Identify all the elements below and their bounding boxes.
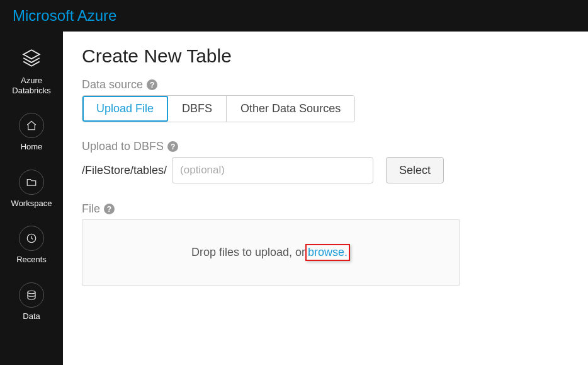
data-source-label-text: Data source: [82, 78, 143, 91]
topbar: Microsoft Azure: [0, 0, 588, 32]
data-source-label: Data source ?: [82, 78, 569, 91]
clock-icon: [19, 226, 44, 251]
sidebar-item-label: Home: [21, 142, 43, 152]
sidebar-item-data[interactable]: Data: [19, 282, 44, 322]
page-title: Create New Table: [82, 45, 569, 67]
sidebar-item-label: Recents: [16, 255, 47, 265]
help-icon[interactable]: ?: [167, 141, 178, 152]
path-prefix: /FileStore/tables/: [82, 164, 167, 177]
sidebar-item-home[interactable]: Home: [19, 113, 44, 152]
layers-icon: [18, 44, 45, 72]
file-label: File ?: [82, 202, 569, 216]
tab-other-sources[interactable]: Other Data Sources: [227, 96, 354, 122]
help-icon[interactable]: ?: [147, 79, 157, 90]
sidebar-item-workspace[interactable]: Workspace: [11, 170, 52, 209]
main-content: Create New Table Data source ? Upload Fi…: [63, 32, 588, 365]
folder-icon: [19, 170, 44, 195]
file-dropzone[interactable]: Drop files to upload, or browse.: [82, 219, 460, 286]
browse-highlight: browse.: [305, 244, 350, 261]
sidebar: Azure Databricks Home Workspace: [0, 32, 63, 365]
drop-text: Drop files to upload, or: [191, 246, 305, 259]
select-button[interactable]: Select: [386, 157, 444, 183]
browse-link[interactable]: browse.: [308, 246, 348, 258]
sidebar-item-label: Azure Databricks: [12, 76, 50, 95]
data-source-tabs: Upload File DBFS Other Data Sources: [82, 95, 355, 122]
database-icon: [19, 282, 44, 308]
tab-upload-file[interactable]: Upload File: [82, 96, 168, 122]
svg-point-2: [28, 291, 35, 294]
sidebar-item-label: Data: [23, 311, 40, 322]
file-label-text: File: [82, 202, 100, 216]
sidebar-item-label: Workspace: [11, 199, 52, 209]
upload-label-text: Upload to DBFS: [82, 140, 164, 153]
path-input[interactable]: [172, 157, 373, 183]
sidebar-item-azure-databricks[interactable]: Azure Databricks: [12, 44, 50, 95]
upload-path-row: /FileStore/tables/ Select: [82, 157, 569, 183]
upload-to-dbfs-label: Upload to DBFS ?: [82, 140, 569, 153]
help-icon[interactable]: ?: [104, 204, 115, 214]
sidebar-item-recents[interactable]: Recents: [16, 226, 47, 265]
svg-marker-0: [23, 50, 40, 59]
brand-logo: Microsoft Azure: [13, 7, 116, 25]
home-icon: [19, 113, 44, 138]
tab-dbfs[interactable]: DBFS: [168, 96, 227, 122]
